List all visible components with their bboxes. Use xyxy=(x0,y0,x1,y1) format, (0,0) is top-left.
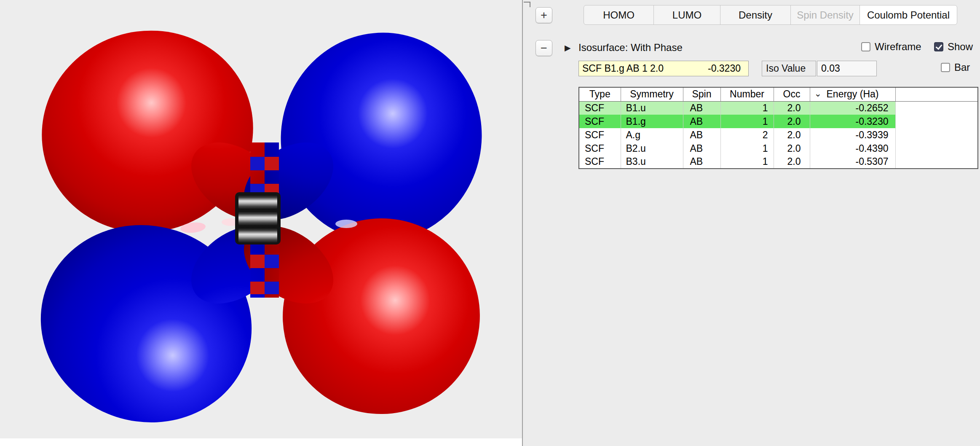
cell-spin: AB xyxy=(683,155,720,169)
cell-number: 2 xyxy=(720,128,774,142)
tab-spin-density: Spin Density xyxy=(790,5,860,25)
iso-value-label: Iso Value xyxy=(762,61,816,76)
remove-surface-button[interactable]: − xyxy=(536,40,552,56)
cell-occ: 2.0 xyxy=(774,128,810,142)
selected-orbital-energy: -0.3230 xyxy=(708,63,741,74)
show-checkbox-row: Show xyxy=(934,41,973,53)
cell-energy: -0.5307 xyxy=(810,155,895,169)
viewport-bottom-strip xyxy=(0,438,522,446)
surface-type-tabs: HOMO LUMO Density Spin Density Coulomb P… xyxy=(584,5,957,25)
tab-coulomb-potential[interactable]: Coulomb Potential xyxy=(860,5,957,25)
cell-number: 1 xyxy=(720,142,774,155)
isosurface-title: Isosurface: With Phase xyxy=(578,42,683,54)
cell-symmetry: B3.u xyxy=(621,155,683,169)
orbital-table: Type Symmetry Spin Number Occ ⌄ Energy (… xyxy=(578,87,978,169)
cell-empty xyxy=(895,155,978,169)
cell-type: SCF xyxy=(579,128,621,142)
cell-energy: -0.2652 xyxy=(810,101,895,115)
column-header-number[interactable]: Number xyxy=(720,87,774,101)
tab-homo[interactable]: HOMO xyxy=(584,5,654,25)
application-window: + HOMO LUMO Density Spin Density Coulomb… xyxy=(0,0,980,446)
column-header-spin[interactable]: Spin xyxy=(683,87,720,101)
show-label: Show xyxy=(948,41,973,53)
splitter-grip-icon xyxy=(524,2,530,7)
disclosure-triangle-icon[interactable]: ▶ xyxy=(565,43,571,53)
table-row-ag[interactable]: SCF A.g AB 2 2.0 -0.3939 xyxy=(579,128,978,142)
column-header-symmetry[interactable]: Symmetry xyxy=(621,87,683,101)
control-panel: + HOMO LUMO Density Spin Density Coulomb… xyxy=(523,0,980,446)
column-header-occ[interactable]: Occ xyxy=(774,87,810,101)
orbital-3d-render[interactable] xyxy=(0,0,522,438)
cell-number: 1 xyxy=(720,115,774,128)
table-row-b1u[interactable]: SCF B1.u AB 1 2.0 -0.2652 xyxy=(579,101,978,115)
cell-energy: -0.3939 xyxy=(810,128,895,142)
iso-value-input[interactable]: 0.03 xyxy=(817,61,877,76)
add-surface-button[interactable]: + xyxy=(536,7,552,23)
cell-occ: 2.0 xyxy=(774,101,810,115)
cell-empty xyxy=(895,142,978,155)
bar-checkbox[interactable] xyxy=(941,63,950,72)
cell-type: SCF xyxy=(579,115,621,128)
cell-occ: 2.0 xyxy=(774,155,810,169)
cell-occ: 2.0 xyxy=(774,115,810,128)
cell-spin: AB xyxy=(683,101,720,115)
cell-type: SCF xyxy=(579,101,621,115)
molecule-viewport[interactable] xyxy=(0,0,522,446)
wireframe-checkbox-row: Wireframe xyxy=(861,41,921,53)
cell-spin: AB xyxy=(683,115,720,128)
column-header-energy[interactable]: ⌄ Energy (Ha) xyxy=(810,87,895,101)
cell-empty xyxy=(895,128,978,142)
cell-occ: 2.0 xyxy=(774,142,810,155)
cell-symmetry: B1.u xyxy=(621,101,683,115)
cell-type: SCF xyxy=(579,155,621,169)
bar-checkbox-row: Bar xyxy=(941,62,970,73)
table-row-b3u[interactable]: SCF B3.u AB 1 2.0 -0.5307 xyxy=(579,155,978,169)
cell-number: 1 xyxy=(720,101,774,115)
column-header-energy-label: Energy (Ha) xyxy=(827,89,879,99)
wireframe-checkbox[interactable] xyxy=(861,42,870,51)
cell-spin: AB xyxy=(683,142,720,155)
cell-empty xyxy=(895,115,978,128)
cell-symmetry: B2.u xyxy=(621,142,683,155)
cell-symmetry: B1.g xyxy=(621,115,683,128)
show-checkbox[interactable] xyxy=(934,42,943,51)
sort-descending-icon: ⌄ xyxy=(814,89,822,99)
orbital-table-header: Type Symmetry Spin Number Occ ⌄ Energy (… xyxy=(579,87,978,101)
table-row-b1g-selected[interactable]: SCF B1.g AB 1 2.0 -0.3230 xyxy=(579,115,978,128)
cell-energy: -0.3230 xyxy=(810,115,895,128)
selected-orbital-field[interactable]: SCF B1.g AB 1 2.0 -0.3230 xyxy=(578,61,749,76)
tab-density[interactable]: Density xyxy=(720,5,791,25)
cell-type: SCF xyxy=(579,142,621,155)
cell-empty xyxy=(895,101,978,115)
selected-orbital-text: SCF B1.g AB 1 2.0 xyxy=(582,63,664,74)
column-header-type[interactable]: Type xyxy=(579,87,621,101)
bond-cylinder xyxy=(235,192,281,244)
cell-number: 1 xyxy=(720,155,774,169)
cell-spin: AB xyxy=(683,128,720,142)
cell-symmetry: A.g xyxy=(621,128,683,142)
bar-label: Bar xyxy=(954,62,970,73)
tab-lumo[interactable]: LUMO xyxy=(653,5,720,25)
table-row-b2u[interactable]: SCF B2.u AB 1 2.0 -0.4390 xyxy=(579,142,978,155)
column-header-empty xyxy=(895,87,978,101)
wireframe-label: Wireframe xyxy=(875,41,921,53)
cell-energy: -0.4390 xyxy=(810,142,895,155)
